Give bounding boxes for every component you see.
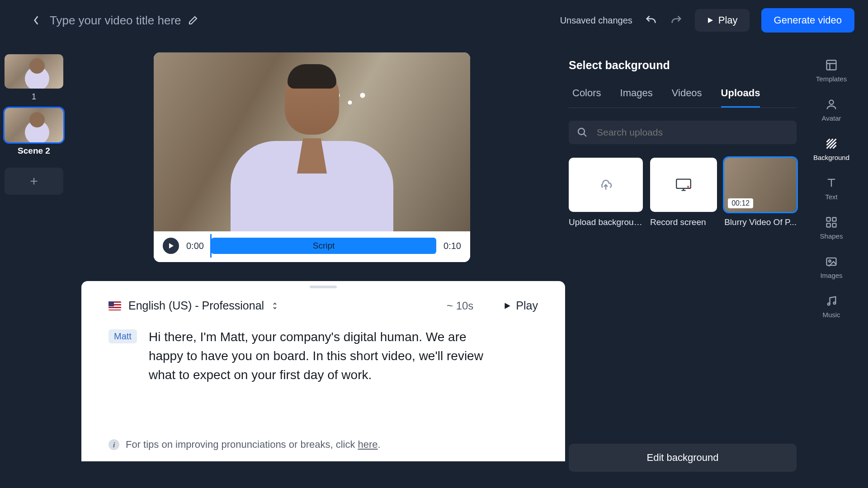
svg-point-12 bbox=[834, 302, 836, 304]
svg-point-4 bbox=[829, 100, 833, 104]
rail-background[interactable]: Background bbox=[813, 137, 849, 161]
video-preview[interactable]: 0:00 Script 0:10 bbox=[154, 52, 470, 262]
record-screen-card[interactable]: Record screen bbox=[650, 158, 717, 227]
scene-thumb-1[interactable] bbox=[5, 54, 63, 89]
script-text-input[interactable]: Hi there, I'm Matt, your company's digit… bbox=[149, 328, 501, 385]
svg-rect-5 bbox=[827, 218, 830, 221]
search-uploads[interactable] bbox=[569, 121, 797, 144]
chevron-left-icon bbox=[33, 15, 39, 25]
search-input[interactable] bbox=[597, 127, 788, 138]
pencil-icon[interactable] bbox=[188, 15, 198, 26]
background-icon bbox=[825, 137, 838, 150]
scene-label: Scene 2 bbox=[5, 146, 63, 156]
speaker-badge: Matt bbox=[108, 329, 137, 343]
redo-button[interactable] bbox=[670, 14, 683, 27]
info-icon: i bbox=[108, 439, 119, 450]
drag-handle[interactable] bbox=[310, 286, 337, 288]
script-panel: English (US) - Professional ~ 10s Play M… bbox=[81, 281, 565, 461]
rail-music[interactable]: Music bbox=[822, 295, 840, 319]
undo-icon bbox=[645, 14, 657, 27]
rail-templates[interactable]: Templates bbox=[816, 59, 847, 83]
script-track[interactable]: Script bbox=[211, 238, 436, 254]
pronunciation-tip: i For tips on improving pronunciations o… bbox=[108, 439, 538, 450]
tab-uploads[interactable]: Uploads bbox=[721, 87, 760, 108]
scene-number: 1 bbox=[5, 92, 63, 102]
upload-icon bbox=[599, 178, 613, 192]
video-duration-badge: 00:12 bbox=[728, 198, 753, 208]
svg-point-2 bbox=[687, 186, 689, 188]
images-icon bbox=[825, 255, 838, 268]
play-icon bbox=[503, 301, 511, 310]
play-button[interactable]: Play bbox=[695, 9, 750, 32]
scenes-sidebar: 1 Scene 2 bbox=[0, 41, 68, 488]
rail-shapes[interactable]: Shapes bbox=[820, 216, 843, 240]
back-button[interactable] bbox=[27, 11, 45, 29]
background-panel: Select background Colors Images Videos U… bbox=[556, 41, 809, 488]
plus-icon bbox=[29, 176, 39, 186]
rail-images[interactable]: Images bbox=[820, 255, 842, 279]
script-play-button[interactable]: Play bbox=[503, 299, 538, 312]
time-current: 0:00 bbox=[186, 241, 204, 251]
upload-background-card[interactable]: Upload background bbox=[569, 158, 643, 227]
play-icon bbox=[168, 243, 174, 249]
panel-title: Select background bbox=[569, 59, 797, 72]
monitor-icon bbox=[675, 178, 692, 192]
uploaded-video-card[interactable]: 00:12 Blurry Video Of P... bbox=[724, 158, 797, 227]
play-icon bbox=[707, 16, 714, 24]
unsaved-changes-label: Unsaved changes bbox=[560, 15, 632, 26]
avatar-icon bbox=[825, 98, 838, 111]
search-icon bbox=[577, 127, 588, 138]
undo-button[interactable] bbox=[644, 14, 658, 27]
text-icon bbox=[825, 177, 838, 189]
tab-videos[interactable]: Videos bbox=[672, 87, 702, 108]
generate-video-button[interactable]: Generate video bbox=[761, 8, 854, 33]
preview-frame bbox=[154, 52, 470, 231]
video-title-input[interactable]: Type your video title here bbox=[50, 14, 181, 28]
timeline-play-button[interactable] bbox=[163, 238, 179, 254]
tool-rail: Templates Avatar Background Text Shapes … bbox=[809, 41, 854, 488]
shapes-icon bbox=[825, 216, 838, 229]
svg-point-10 bbox=[829, 260, 831, 263]
play-label: Play bbox=[718, 14, 738, 26]
flag-us-icon bbox=[108, 301, 121, 310]
chevron-updown-icon[interactable] bbox=[271, 301, 278, 310]
rail-text[interactable]: Text bbox=[825, 177, 838, 201]
svg-rect-7 bbox=[827, 223, 830, 227]
timeline: 0:00 Script 0:10 bbox=[154, 231, 470, 262]
svg-point-0 bbox=[578, 128, 585, 135]
tab-colors[interactable]: Colors bbox=[572, 87, 601, 108]
edit-background-button[interactable]: Edit background bbox=[569, 444, 797, 472]
redo-icon bbox=[670, 14, 683, 27]
svg-rect-6 bbox=[832, 218, 836, 221]
background-tabs: Colors Images Videos Uploads bbox=[569, 87, 797, 108]
voice-selector[interactable]: English (US) - Professional bbox=[128, 299, 264, 312]
svg-rect-8 bbox=[832, 223, 836, 227]
music-icon bbox=[825, 295, 838, 307]
templates-icon bbox=[825, 59, 838, 71]
tab-images[interactable]: Images bbox=[620, 87, 653, 108]
script-duration: ~ 10s bbox=[447, 300, 473, 312]
tip-link[interactable]: here bbox=[358, 439, 378, 450]
scene-thumb-2[interactable] bbox=[5, 108, 63, 142]
svg-rect-3 bbox=[827, 61, 836, 70]
time-total: 0:10 bbox=[443, 241, 461, 251]
rail-avatar[interactable]: Avatar bbox=[821, 98, 841, 122]
svg-point-11 bbox=[828, 303, 830, 305]
add-scene-button[interactable] bbox=[5, 168, 63, 195]
